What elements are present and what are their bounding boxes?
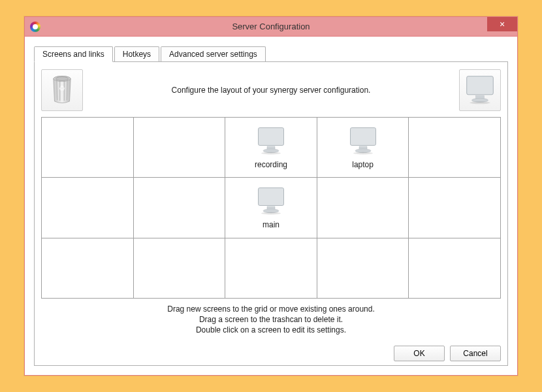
grid-cell[interactable] <box>133 238 225 298</box>
screen-item-laptop[interactable]: laptop <box>317 118 409 177</box>
monitor-icon <box>347 125 379 157</box>
ok-button[interactable]: OK <box>394 346 445 361</box>
new-screen-button[interactable] <box>459 69 501 111</box>
hint-line: Double click on a screen to edit its set… <box>41 325 501 335</box>
titlebar: Server Configuration × <box>25 17 517 37</box>
hint-line: Drag new screens to the grid or move exi… <box>41 304 501 314</box>
content-area: Screens and links Hotkeys Advanced serve… <box>34 46 508 366</box>
hints-text: Drag new screens to the grid or move exi… <box>41 304 501 336</box>
grid-cell[interactable] <box>317 178 409 238</box>
dialog-button-row: OK Cancel <box>394 346 501 361</box>
grid-cell[interactable] <box>42 118 134 178</box>
trashcan-button[interactable]: ♻ <box>41 69 83 111</box>
grid-cell[interactable] <box>409 178 501 238</box>
grid-cell[interactable]: recording <box>225 118 317 178</box>
svg-text:♻: ♻ <box>59 84 65 91</box>
grid-cell[interactable] <box>42 178 134 238</box>
grid-cell[interactable]: laptop <box>317 118 409 178</box>
cancel-button[interactable]: Cancel <box>450 346 501 361</box>
screen-label: main <box>263 220 279 229</box>
screen-label: recording <box>255 160 287 169</box>
grid-cell[interactable] <box>133 118 225 178</box>
grid-cell[interactable] <box>225 238 317 298</box>
window-title: Server Configuration <box>25 22 517 31</box>
screen-item-recording[interactable]: recording <box>225 118 317 177</box>
grid-cell[interactable] <box>409 238 501 298</box>
grid-cell[interactable] <box>409 118 501 178</box>
screen-label: laptop <box>352 160 374 169</box>
screen-layout-grid[interactable]: recording laptop <box>41 117 501 299</box>
tab-panel-screens: ♻ Configure the layout of your synergy <box>34 61 508 366</box>
tab-screens-and-links[interactable]: Screens and links <box>34 46 113 62</box>
instruction-text: Configure the layout of your synergy ser… <box>89 86 453 95</box>
hint-line: Drag a screen to the trashcan to delete … <box>41 314 501 325</box>
close-icon: × <box>500 19 505 29</box>
tab-advanced-server-settings[interactable]: Advanced server settings <box>161 46 266 61</box>
svg-point-7 <box>56 76 69 80</box>
screen-item-main[interactable]: main <box>225 178 317 237</box>
grid-cell[interactable] <box>133 178 225 238</box>
tab-hotkeys[interactable]: Hotkeys <box>114 46 159 61</box>
close-button[interactable]: × <box>487 17 517 31</box>
monitor-icon <box>255 125 287 157</box>
grid-cell[interactable]: main <box>225 178 317 238</box>
toolbar-row: ♻ Configure the layout of your synergy <box>41 67 501 113</box>
tab-strip: Screens and links Hotkeys Advanced serve… <box>34 46 508 61</box>
grid-cell[interactable] <box>42 238 134 298</box>
monitor-icon <box>255 186 287 218</box>
trashcan-icon: ♻ <box>49 74 75 106</box>
monitor-icon <box>464 74 496 107</box>
dialog-window: Server Configuration × Screens and links… <box>24 16 518 376</box>
grid-cell[interactable] <box>317 238 409 298</box>
